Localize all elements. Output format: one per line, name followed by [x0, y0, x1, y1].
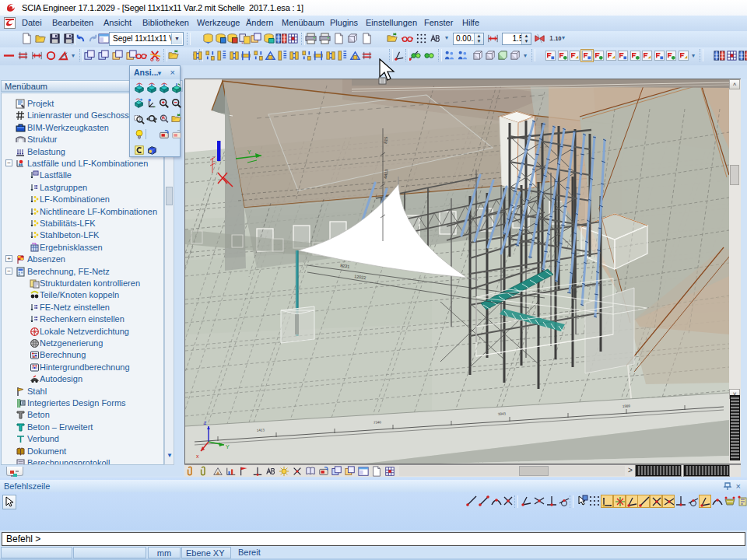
svg-text:3943: 3943 — [498, 411, 507, 416]
svg-text:1989: 1989 — [622, 404, 631, 408]
svg-text:7340: 7340 — [374, 420, 382, 425]
svg-text:815: 815 — [383, 136, 388, 144]
svg-text:x: x — [196, 453, 199, 459]
svg-text:z: z — [204, 420, 207, 425]
svg-text:Y: Y — [226, 444, 230, 450]
svg-text:Y: Y — [247, 149, 251, 155]
svg-text:1413: 1413 — [257, 428, 265, 432]
